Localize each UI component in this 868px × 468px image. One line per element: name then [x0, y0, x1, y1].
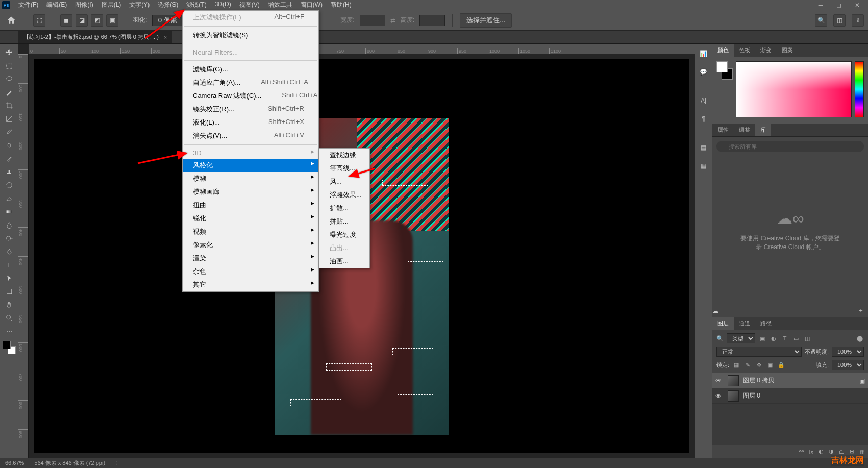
hand-tool-icon[interactable] — [2, 298, 16, 311]
menu-item[interactable]: Camera Raw 滤镜(C)...Shift+Ctrl+A — [183, 89, 318, 103]
submenu-item[interactable]: 等高线... — [319, 162, 369, 175]
filter-shape-icon[interactable]: ▭ — [792, 334, 800, 342]
clone-stamp-tool-icon[interactable] — [2, 165, 16, 178]
shape-tool-icon[interactable] — [2, 285, 16, 298]
height-input[interactable] — [419, 15, 445, 26]
filter-type-icon[interactable]: T — [781, 334, 789, 342]
submenu-item[interactable]: 曝光过度 — [319, 228, 369, 241]
width-input[interactable] — [360, 15, 385, 26]
opacity-input[interactable]: 100% — [832, 347, 864, 357]
menu-item[interactable]: 视图(V) — [235, 0, 264, 10]
submenu-item[interactable]: 扩散... — [319, 202, 369, 215]
document-tab[interactable]: 【练习1-2】-拳击海报2.psd @ 66.7% (图层 0 拷贝, ...)… — [18, 31, 172, 43]
menu-item[interactable]: 滤镜库(G)... — [183, 63, 318, 76]
add-library-icon[interactable]: ＋ — [858, 306, 864, 315]
magic-wand-tool-icon[interactable] — [2, 86, 16, 98]
visibility-icon[interactable]: 👁 — [715, 392, 724, 400]
menu-item[interactable]: 其它 — [183, 278, 318, 291]
tab-layers[interactable]: 图层 — [712, 317, 734, 330]
menu-item[interactable]: 杂色 — [183, 265, 318, 278]
new-layer-icon[interactable]: ⊞ — [850, 448, 854, 455]
tab-gradients[interactable]: 渐变 — [755, 44, 777, 57]
menu-item[interactable]: 帮助(H) — [327, 0, 356, 10]
menu-item[interactable]: 选择(S) — [154, 0, 182, 10]
visibility-icon[interactable]: 👁 — [715, 377, 724, 384]
menu-item[interactable]: 3D(D) — [211, 0, 235, 10]
history-brush-tool-icon[interactable] — [2, 179, 16, 191]
group-layers-icon[interactable]: 🗀 — [839, 449, 845, 455]
tab-paths[interactable]: 路径 — [755, 317, 777, 330]
path-select-tool-icon[interactable] — [2, 272, 16, 284]
tab-swatches[interactable]: 色板 — [734, 44, 755, 57]
lock-all-icon[interactable]: 🔒 — [777, 361, 785, 369]
lock-pixels-icon[interactable]: ✎ — [743, 361, 752, 369]
paragraph-icon[interactable]: ¶ — [698, 113, 709, 125]
submenu-item[interactable]: 浮雕效果... — [319, 188, 369, 202]
menu-item[interactable]: 增效工具 — [264, 0, 296, 10]
menu-item[interactable]: 文件(F) — [14, 0, 42, 10]
dodge-tool-icon[interactable] — [2, 232, 16, 244]
workspace-icon[interactable]: ◫ — [833, 14, 846, 27]
layer-row[interactable]: 👁 图层 0 — [712, 388, 868, 404]
tab-channels[interactable]: 通道 — [734, 317, 755, 330]
layer-row[interactable]: 👁 图层 0 拷贝 ▣ — [712, 373, 868, 388]
menu-item[interactable]: 文字(Y) — [125, 0, 154, 10]
frame-tool-icon[interactable] — [2, 112, 16, 125]
brush-tool-icon[interactable] — [2, 152, 16, 165]
character-icon[interactable]: A| — [698, 95, 709, 106]
crop-tool-icon[interactable] — [2, 99, 16, 112]
menu-item[interactable]: 风格化 — [183, 159, 318, 172]
tab-properties[interactable]: 属性 — [712, 124, 734, 136]
submenu-item[interactable]: 风... — [319, 175, 369, 188]
lock-position-icon[interactable]: ✥ — [755, 361, 763, 369]
zoom-level[interactable]: 66.67% — [5, 460, 24, 466]
layers-icon[interactable]: ▦ — [698, 160, 709, 171]
layer-fx-icon[interactable]: fx — [809, 449, 813, 455]
blend-mode-select[interactable]: 正常 — [716, 347, 802, 357]
library-search-input[interactable] — [716, 141, 864, 152]
lock-artboard-icon[interactable]: ▣ — [766, 361, 774, 369]
layer-mask-icon[interactable]: ◐ — [819, 448, 824, 455]
eyedropper-tool-icon[interactable] — [2, 126, 16, 138]
hue-slider[interactable] — [855, 61, 864, 117]
select-and-mask-button[interactable]: 选择并遮住... — [460, 13, 512, 28]
menu-item[interactable]: 模糊画廊 — [183, 185, 318, 199]
comments-icon[interactable]: 💬 — [698, 66, 709, 78]
healing-brush-tool-icon[interactable] — [2, 139, 16, 152]
eraser-tool-icon[interactable] — [2, 192, 16, 205]
color-swatches[interactable] — [3, 341, 16, 354]
menu-item[interactable]: 自适应广角(A)...Alt+Shift+Ctrl+A — [183, 76, 318, 89]
selection-subtract-icon[interactable]: ◩ — [91, 14, 103, 27]
menu-item[interactable]: 窗口(W) — [296, 0, 327, 10]
menu-item[interactable]: 编辑(E) — [42, 0, 71, 10]
restore-button[interactable]: ◻ — [834, 2, 844, 9]
tab-adjustments[interactable]: 调整 — [734, 124, 755, 136]
filter-toggle-icon[interactable]: ⬤ — [856, 334, 864, 342]
selection-new-icon[interactable]: ◼ — [60, 14, 72, 27]
tab-patterns[interactable]: 图案 — [777, 44, 798, 57]
glyphs-icon[interactable]: ▤ — [698, 142, 709, 153]
menu-item[interactable]: 镜头校正(R)...Shift+Ctrl+R — [183, 103, 318, 116]
share-icon[interactable]: ⇪ — [852, 14, 864, 27]
panel-color-swatches[interactable] — [716, 61, 733, 80]
home-icon[interactable] — [4, 13, 18, 28]
close-tab-icon[interactable]: × — [164, 34, 167, 40]
gradient-tool-icon[interactable] — [2, 205, 16, 218]
minimize-button[interactable]: ─ — [816, 2, 825, 9]
menu-item[interactable]: 转换为智能滤镜(S) — [183, 29, 318, 42]
adjustment-layer-icon[interactable]: ◑ — [829, 448, 834, 455]
pen-tool-icon[interactable] — [2, 245, 16, 258]
link-layers-icon[interactable]: ⚯ — [799, 448, 804, 455]
selection-intersect-icon[interactable]: ▣ — [106, 14, 118, 27]
menu-item[interactable]: 渲染 — [183, 252, 318, 265]
tab-libraries[interactable]: 库 — [755, 124, 771, 136]
menu-item[interactable]: 像素化 — [183, 238, 318, 252]
menu-item[interactable]: 锐化 — [183, 212, 318, 225]
menu-item[interactable]: 视频 — [183, 225, 318, 238]
lasso-tool-icon[interactable] — [2, 72, 16, 85]
filter-smart-icon[interactable]: ◫ — [803, 334, 811, 342]
histogram-icon[interactable]: 📊 — [698, 48, 709, 59]
lock-transparency-icon[interactable]: ▦ — [732, 361, 740, 369]
close-button[interactable]: ✕ — [853, 2, 862, 9]
move-tool-icon[interactable] — [2, 46, 16, 59]
